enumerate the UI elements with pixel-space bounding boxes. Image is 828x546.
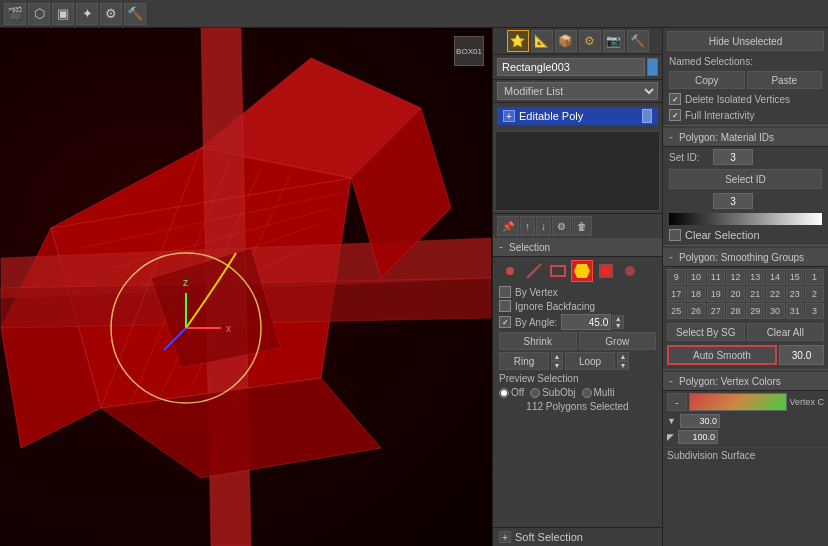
sg-btn-30[interactable]: 30 [766, 303, 785, 319]
auto-smooth-button[interactable]: Auto Smooth [667, 345, 777, 365]
full-interactivity-checkbox[interactable] [669, 109, 681, 121]
radio-subobj[interactable]: SubObj [530, 387, 575, 398]
vc-spinval-1[interactable] [680, 414, 720, 428]
select-id-value-input[interactable] [713, 193, 753, 209]
vc-spinval-2[interactable] [678, 430, 718, 444]
loop-down[interactable]: ▼ [617, 361, 629, 370]
mod-move-up-btn[interactable]: ↑ [520, 216, 535, 236]
mod-pin-btn[interactable]: 📌 [497, 216, 519, 236]
loop-button[interactable]: Loop [565, 352, 615, 370]
by-angle-up[interactable]: ▲ [612, 315, 624, 322]
smoothing-grid: 9 10 11 12 13 14 15 1 17 18 19 20 21 22 … [663, 267, 828, 321]
sg-btn-3[interactable]: 3 [805, 303, 824, 319]
sel-icon-edge[interactable] [523, 260, 545, 282]
sg-btn-13[interactable]: 13 [746, 269, 765, 285]
tab-icon-box[interactable]: 📦 [555, 30, 577, 52]
mod-config-btn[interactable]: ⚙ [552, 216, 571, 236]
modifier-entry-editable-poly[interactable]: + Editable Poly [497, 107, 658, 125]
object-name-input[interactable] [497, 58, 645, 76]
clear-selection-checkbox[interactable] [669, 229, 681, 241]
sg-btn-11[interactable]: 11 [707, 269, 726, 285]
toolbar-icon-3[interactable]: ▣ [52, 3, 74, 25]
material-ids-header[interactable]: - Polygon: Material IDs [663, 128, 828, 147]
sg-btn-15[interactable]: 15 [786, 269, 805, 285]
ignore-backfacing-checkbox[interactable] [499, 300, 511, 312]
toolbar-icon-4[interactable]: ✦ [76, 3, 98, 25]
toolbar-icon-2[interactable]: ⬡ [28, 3, 50, 25]
delete-isolated-checkbox[interactable] [669, 93, 681, 105]
select-id-button[interactable]: Select ID [669, 169, 822, 189]
tab-icon-camera[interactable]: 📷 [603, 30, 625, 52]
toolbar-icon-1[interactable]: 🎬 [4, 3, 26, 25]
copy-button[interactable]: Copy [669, 71, 745, 89]
sg-btn-28[interactable]: 28 [726, 303, 745, 319]
viewport[interactable]: x z BOX01 [0, 28, 493, 546]
sg-btn-10[interactable]: 10 [687, 269, 706, 285]
by-angle-down[interactable]: ▼ [612, 322, 624, 329]
vertex-colors-header[interactable]: - Polygon: Vertex Colors [663, 372, 828, 391]
sg-btn-9[interactable]: 9 [667, 269, 686, 285]
mod-trash-btn[interactable]: 🗑 [572, 216, 592, 236]
sel-icon-element[interactable] [595, 260, 617, 282]
sel-icon-vertex[interactable] [499, 260, 521, 282]
radio-off-dot [499, 388, 509, 398]
sg-btn-25[interactable]: 25 [667, 303, 686, 319]
radio-multi[interactable]: Multi [582, 387, 615, 398]
tab-icon-gear[interactable]: ⚙ [579, 30, 601, 52]
selection-header[interactable]: - Selection [493, 238, 662, 257]
by-angle-input[interactable] [561, 314, 611, 330]
ignore-backfacing-label: Ignore Backfacing [515, 301, 595, 312]
sel-icon-extra1[interactable] [619, 260, 641, 282]
tab-icon-star[interactable]: ⭐ [507, 30, 529, 52]
ring-down[interactable]: ▼ [551, 361, 563, 370]
sg-btn-31[interactable]: 31 [786, 303, 805, 319]
ring-up[interactable]: ▲ [551, 352, 563, 361]
loop-up[interactable]: ▲ [617, 352, 629, 361]
polygon-icon [574, 264, 590, 278]
sg-btn-21[interactable]: 21 [746, 286, 765, 302]
modifier-list-dropdown[interactable]: Modifier List [497, 82, 658, 100]
grow-button[interactable]: Grow [579, 332, 657, 350]
sg-btn-27[interactable]: 27 [707, 303, 726, 319]
modifier-expand-btn[interactable]: + [503, 110, 515, 122]
shrink-button[interactable]: Shrink [499, 332, 577, 350]
extra1-icon [621, 262, 639, 280]
tab-icon-shape[interactable]: 📐 [531, 30, 553, 52]
vc-color-swatch[interactable] [689, 393, 787, 411]
sg-btn-12[interactable]: 12 [726, 269, 745, 285]
sg-btn-14[interactable]: 14 [766, 269, 785, 285]
select-by-sg-button[interactable]: Select By SG [667, 323, 745, 341]
hide-unselected-button[interactable]: Hide Unselected [667, 31, 824, 51]
smoothing-group-header[interactable]: - Polygon: Smoothing Groups [663, 248, 828, 267]
sel-icon-polygon[interactable] [571, 260, 593, 282]
sg-btn-26[interactable]: 26 [687, 303, 706, 319]
soft-selection-bar[interactable]: + Soft Selection [493, 527, 662, 546]
sel-icon-border[interactable] [547, 260, 569, 282]
sg-btn-19[interactable]: 19 [707, 286, 726, 302]
vc-minus-btn[interactable]: - [667, 393, 687, 411]
set-id-input[interactable] [713, 149, 753, 165]
by-angle-checkbox[interactable] [499, 316, 511, 328]
paste-button[interactable]: Paste [747, 71, 823, 89]
by-angle-arrows: ▲ ▼ [612, 315, 624, 329]
mod-move-down-btn[interactable]: ↓ [536, 216, 551, 236]
far-right-scroll[interactable]: Hide Unselected Named Selections: Copy P… [663, 28, 828, 546]
sg-btn-22[interactable]: 22 [766, 286, 785, 302]
sg-btn-1[interactable]: 1 [805, 269, 824, 285]
sg-btn-29[interactable]: 29 [746, 303, 765, 319]
sg-btn-2[interactable]: 2 [805, 286, 824, 302]
sg-btn-17[interactable]: 17 [667, 286, 686, 302]
toolbar-icon-6[interactable]: 🔨 [124, 3, 146, 25]
sg-btn-23[interactable]: 23 [786, 286, 805, 302]
toolbar-icon-5[interactable]: ⚙ [100, 3, 122, 25]
object-color-swatch[interactable] [647, 58, 658, 76]
by-vertex-checkbox[interactable] [499, 286, 511, 298]
svg-rect-27 [602, 267, 610, 275]
clear-all-button[interactable]: Clear All [747, 323, 825, 341]
radio-off[interactable]: Off [499, 387, 524, 398]
ring-button[interactable]: Ring [499, 352, 549, 370]
modifier-color-swatch [642, 109, 652, 123]
tab-icon-hammer[interactable]: 🔨 [627, 30, 649, 52]
sg-btn-18[interactable]: 18 [687, 286, 706, 302]
sg-btn-20[interactable]: 20 [726, 286, 745, 302]
